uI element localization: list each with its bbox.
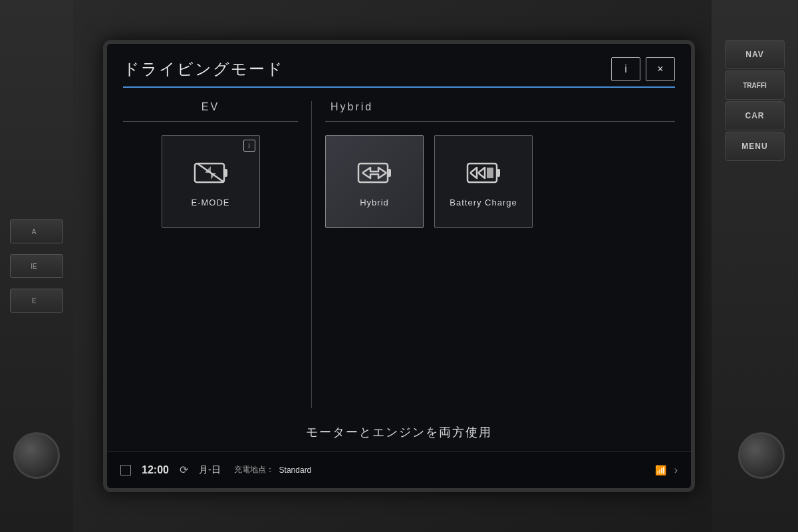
main-display: ドライビングモード i × EV bbox=[107, 44, 691, 451]
left-btn-2[interactable]: IE bbox=[10, 254, 63, 278]
left-panel: A IE E bbox=[0, 0, 73, 532]
hybrid-label: Hybrid bbox=[325, 101, 675, 113]
svg-rect-7 bbox=[487, 168, 493, 178]
status-date: 月-日 bbox=[199, 464, 221, 476]
hybrid-divider bbox=[325, 121, 675, 122]
hybrid-label-card: Hybrid bbox=[360, 198, 389, 207]
right-panel: NAV TRAFFI CAR MENU bbox=[712, 0, 798, 532]
nav-button[interactable]: NAV bbox=[725, 40, 785, 69]
header-divider bbox=[123, 86, 675, 88]
svg-rect-1 bbox=[224, 169, 227, 177]
car-unit: A IE E ドライビングモード i × bbox=[0, 0, 798, 532]
status-location-value: Standard bbox=[279, 466, 312, 475]
info-button[interactable]: i bbox=[611, 57, 640, 81]
emode-card[interactable]: i bbox=[162, 135, 260, 228]
status-right: 📶 › bbox=[655, 464, 678, 476]
page-title: ドライビングモード bbox=[123, 59, 284, 80]
screen-content: ドライビングモード i × EV bbox=[107, 44, 691, 488]
hybrid-card[interactable]: Hybrid bbox=[325, 135, 424, 228]
mode-cards: Hybrid bbox=[325, 135, 533, 228]
ev-label: EV bbox=[123, 101, 298, 113]
svg-rect-6 bbox=[497, 169, 500, 177]
hybrid-section: Hybrid bbox=[312, 101, 675, 408]
close-icon: × bbox=[657, 63, 663, 75]
emode-icon bbox=[190, 156, 232, 190]
left-btn-3[interactable]: E bbox=[10, 289, 63, 313]
header-buttons: i × bbox=[611, 57, 675, 81]
svg-rect-4 bbox=[388, 169, 391, 177]
status-sync-icon: ⟳ bbox=[180, 464, 188, 476]
emode-label: E-MODE bbox=[192, 198, 230, 207]
screen-wrapper: ドライビングモード i × EV bbox=[103, 40, 695, 492]
close-button[interactable]: × bbox=[646, 57, 675, 81]
modes-container: EV i bbox=[123, 101, 675, 408]
menu-button[interactable]: MENU bbox=[725, 132, 785, 161]
status-location-label: 充電地点： bbox=[234, 464, 274, 475]
car-button[interactable]: CAR bbox=[725, 101, 785, 130]
right-knob[interactable] bbox=[738, 432, 785, 479]
battery-charge-label: Battery Charge bbox=[450, 198, 517, 207]
status-bar: 12:00 ⟳ 月-日 充電地点： Standard 📶 › bbox=[107, 451, 691, 488]
traffic-button[interactable]: TRAFFI bbox=[725, 70, 785, 100]
status-arrow-icon[interactable]: › bbox=[674, 464, 678, 476]
info-badge: i bbox=[243, 140, 255, 152]
left-btn-1[interactable]: A bbox=[10, 219, 63, 243]
left-knob[interactable] bbox=[13, 432, 60, 479]
status-wifi-icon: 📶 bbox=[655, 465, 666, 475]
status-time: 12:00 bbox=[142, 464, 169, 476]
battery-charge-icon bbox=[462, 156, 505, 190]
info-icon: i bbox=[624, 63, 627, 75]
battery-charge-card[interactable]: Battery Charge bbox=[434, 135, 533, 228]
status-square-icon bbox=[120, 465, 131, 475]
ev-section: EV i bbox=[123, 101, 312, 408]
ev-divider bbox=[123, 121, 298, 122]
mode-description: モーターとエンジンを両方使用 bbox=[123, 424, 675, 440]
header: ドライビングモード i × bbox=[123, 57, 675, 81]
hybrid-icon bbox=[353, 156, 396, 190]
